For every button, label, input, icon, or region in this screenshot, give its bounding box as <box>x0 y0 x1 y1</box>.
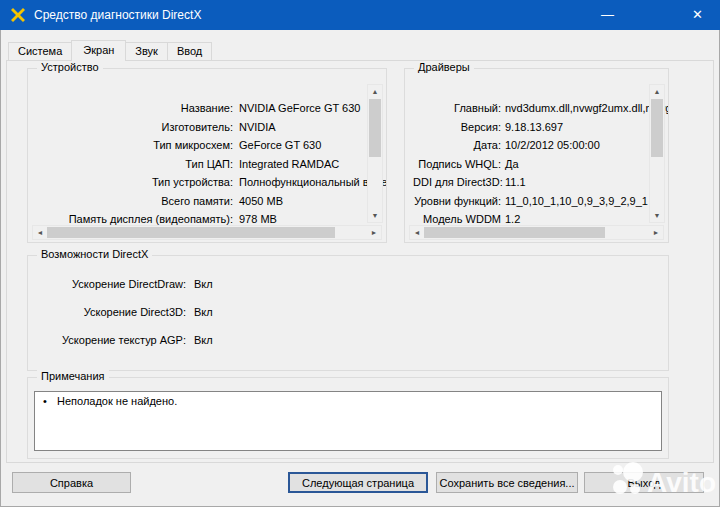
notes-groupbox: Примечания • Неполадок не найдено. <box>27 377 669 459</box>
field-label: Главный: <box>413 102 501 114</box>
info-row: Главный: nvd3dumx.dll,nvwgf2umx.dll,nvwg… <box>413 99 668 118</box>
scroll-left-icon[interactable]: ◄ <box>33 226 47 239</box>
field-label: Подпись WHQL: <box>413 158 501 170</box>
device-group-title: Устройство <box>37 61 103 73</box>
next-page-button[interactable]: Следующая страница <box>288 472 428 493</box>
notes-text-area[interactable]: • Неполадок не найдено. <box>34 391 662 451</box>
notes-group-title: Примечания <box>37 370 109 382</box>
field-value: 978 MB <box>239 213 277 225</box>
field-label: Уровни функций: <box>413 195 501 207</box>
field-label: Версия: <box>413 121 501 133</box>
features-field-list: Ускорение DirectDraw: Вкл Ускорение Dire… <box>36 270 668 354</box>
scrollbar-thumb[interactable] <box>47 227 335 238</box>
field-value: 4050 MB <box>239 195 283 207</box>
save-all-button[interactable]: Сохранить все сведения... <box>436 472 578 493</box>
field-label: Тип микросхем: <box>36 139 233 151</box>
info-row: Ускорение Direct3D: Вкл <box>36 298 668 326</box>
field-label: Дата: <box>413 139 501 151</box>
scrollbar-thumb[interactable] <box>369 99 381 157</box>
field-label: Тип устройства: <box>36 176 233 188</box>
info-row: Тип микросхем: GeForce GT 630 <box>36 136 386 155</box>
field-label: Название: <box>36 102 233 114</box>
info-row: Изготовитель: NVIDIA <box>36 118 386 137</box>
info-row: DDI для Direct3D: 11.1 <box>413 173 668 192</box>
field-value: NVIDIA <box>239 121 276 133</box>
field-value: 1.2 <box>505 213 520 225</box>
field-value: 9.18.13.697 <box>505 121 563 133</box>
bullet-icon: • <box>41 395 57 407</box>
info-row: Ускорение DirectDraw: Вкл <box>36 270 668 298</box>
field-value: Полнофункциональный видеоадапт <box>239 176 386 188</box>
device-field-list: Название: NVIDIA GeForce GT 630 Изготови… <box>36 99 386 229</box>
scroll-right-icon[interactable]: ► <box>367 226 381 239</box>
info-row: Название: NVIDIA GeForce GT 630 <box>36 99 386 118</box>
info-row: Ускорение текстур AGP: Вкл <box>36 326 668 354</box>
field-value: Вкл <box>194 306 213 318</box>
field-value: Вкл <box>194 278 213 290</box>
field-label: Ускорение Direct3D: <box>36 306 186 318</box>
tab-input[interactable]: Ввод <box>167 42 212 61</box>
scrollbar-thumb[interactable] <box>651 99 663 157</box>
field-value: GeForce GT 630 <box>239 139 321 151</box>
device-horizontal-scrollbar[interactable]: ◄ ► <box>32 225 382 240</box>
field-label: Тип ЦАП: <box>36 158 233 170</box>
window-title: Средство диагностики DirectX <box>34 0 201 30</box>
directx-icon <box>10 7 26 23</box>
drivers-vertical-scrollbar[interactable]: ▲ ▼ <box>649 84 665 223</box>
field-label: DDI для Direct3D: <box>413 176 501 188</box>
tab-sound[interactable]: Звук <box>125 42 168 61</box>
scroll-right-icon[interactable]: ► <box>649 226 663 239</box>
titlebar[interactable]: Средство диагностики DirectX — ✕ <box>0 0 720 30</box>
scroll-up-icon[interactable]: ▲ <box>650 85 664 98</box>
field-label: Ускорение текстур AGP: <box>36 334 186 346</box>
scroll-down-icon[interactable]: ▼ <box>368 209 382 222</box>
info-row: Подпись WHQL: Да <box>413 155 668 174</box>
tab-display[interactable]: Экран <box>71 40 126 61</box>
drivers-group-body: Главный: nvd3dumx.dll,nvwgf2umx.dll,nvwg… <box>405 69 668 242</box>
scroll-down-icon[interactable]: ▼ <box>650 209 664 222</box>
device-group-body: Название: NVIDIA GeForce GT 630 Изготови… <box>28 69 386 242</box>
device-vertical-scrollbar[interactable]: ▲ ▼ <box>367 84 383 223</box>
field-value: 11.1 <box>505 176 526 188</box>
features-group-body: Ускорение DirectDraw: Вкл Ускорение Dire… <box>28 256 668 370</box>
info-row: Тип ЦАП: Integrated RAMDAC <box>36 155 386 174</box>
note-text: Неполадок не найдено. <box>57 395 177 407</box>
drivers-horizontal-scrollbar[interactable]: ◄ ► <box>409 225 664 240</box>
help-button[interactable]: Справка <box>12 472 131 493</box>
field-value: 11_0,10_1,10_0,9_3,9_2,9_1 <box>505 195 648 207</box>
minimize-button[interactable]: — <box>585 0 630 30</box>
field-value: Integrated RAMDAC <box>239 158 339 170</box>
field-label: Изготовитель: <box>36 121 233 133</box>
info-row: Всего памяти: 4050 MB <box>36 192 386 211</box>
drivers-field-list: Главный: nvd3dumx.dll,nvwgf2umx.dll,nvwg… <box>413 99 668 229</box>
device-groupbox: Устройство Название: NVIDIA GeForce GT 6… <box>27 68 387 243</box>
field-value: 10/2/2012 05:00:00 <box>505 139 600 151</box>
info-row: Тип устройства: Полнофункциональный виде… <box>36 173 386 192</box>
info-row: Версия: 9.18.13.697 <box>413 118 668 137</box>
drivers-groupbox: Драйверы Главный: nvd3dumx.dll,nvwgf2umx… <box>404 68 669 243</box>
field-label: Ускорение DirectDraw: <box>36 278 186 290</box>
field-value: nvd3dumx.dll,nvwgf2umx.dll,nvwgf2u <box>505 102 668 114</box>
tab-system[interactable]: Система <box>8 42 72 61</box>
field-label: Всего памяти: <box>36 195 233 207</box>
scroll-left-icon[interactable]: ◄ <box>410 226 424 239</box>
info-row: Уровни функций: 11_0,10_1,10_0,9_3,9_2,9… <box>413 192 668 211</box>
field-label: Модель WDDM <box>413 213 501 225</box>
close-button[interactable]: ✕ <box>675 0 720 30</box>
tab-bar: Система Экран Звук Ввод <box>8 40 211 61</box>
field-value: Да <box>505 158 519 170</box>
field-value: Вкл <box>194 334 213 346</box>
note-item: • Неполадок не найдено. <box>41 395 655 407</box>
info-row: Дата: 10/2/2012 05:00:00 <box>413 136 668 155</box>
scroll-up-icon[interactable]: ▲ <box>368 85 382 98</box>
field-label: Память дисплея (видеопамять): <box>36 213 233 225</box>
directx-features-groupbox: Возможности DirectX Ускорение DirectDraw… <box>27 255 669 371</box>
drivers-group-title: Драйверы <box>414 61 474 73</box>
exit-button[interactable]: Выход <box>584 472 704 493</box>
field-value: NVIDIA GeForce GT 630 <box>239 102 360 114</box>
features-group-title: Возможности DirectX <box>37 248 152 260</box>
scrollbar-thumb[interactable] <box>424 227 605 238</box>
